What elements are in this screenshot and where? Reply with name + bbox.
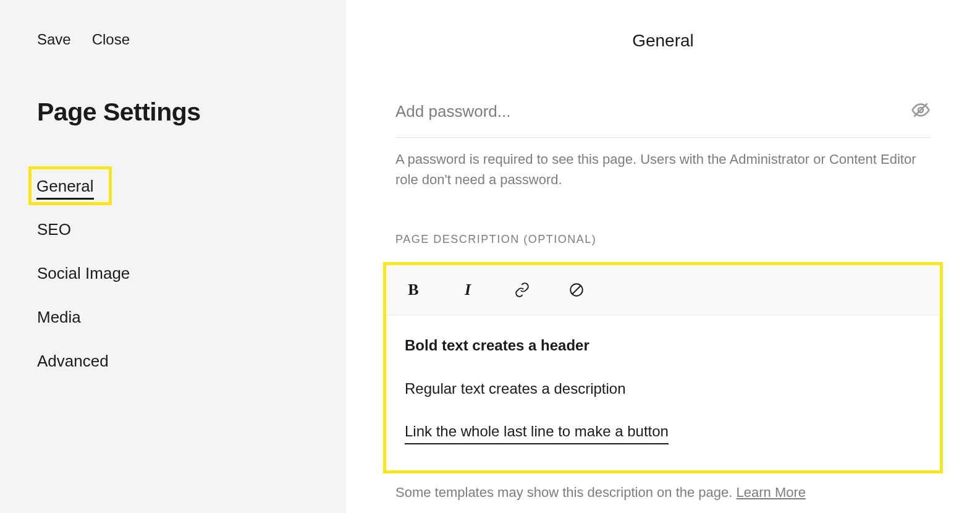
nav-item-seo[interactable]: SEO — [37, 220, 71, 239]
nav-item-media[interactable]: Media — [37, 308, 81, 327]
link-icon[interactable] — [513, 281, 531, 299]
sidebar-title: Page Settings — [37, 98, 309, 127]
clear-formatting-icon[interactable] — [568, 281, 585, 299]
password-helper-text: A password is required to see this page.… — [395, 149, 931, 190]
password-row — [395, 100, 931, 138]
nav-item-label: Advanced — [37, 352, 109, 370]
bold-button[interactable]: B — [405, 281, 422, 299]
description-editor: B I Bold text creates a header Regular t… — [383, 262, 943, 473]
visibility-off-icon[interactable] — [911, 100, 931, 122]
sidebar-nav: General SEO Social Image Media Advanced — [37, 176, 309, 371]
nav-item-label: SEO — [37, 220, 71, 239]
nav-item-social-image[interactable]: Social Image — [37, 264, 130, 283]
editor-line-link: Link the whole last line to make a butto… — [405, 421, 669, 444]
nav-item-label: Media — [37, 308, 81, 326]
main-panel: General A password is required to see th… — [346, 0, 980, 513]
main-header: General — [395, 31, 931, 51]
nav-item-label: Social Image — [37, 264, 130, 282]
description-section-label: PAGE DESCRIPTION (OPTIONAL) — [395, 233, 931, 246]
editor-content[interactable]: Bold text creates a header Regular text … — [386, 315, 940, 470]
nav-item-general[interactable]: General — [28, 166, 112, 205]
nav-item-advanced[interactable]: Advanced — [37, 352, 109, 371]
learn-more-link[interactable]: Learn More — [737, 485, 806, 500]
svg-line-3 — [573, 286, 581, 294]
nav-item-label: General — [36, 177, 94, 200]
description-footer-text: Some templates may show this description… — [395, 485, 931, 501]
sidebar: Save Close Page Settings General SEO Soc… — [0, 0, 346, 513]
editor-toolbar: B I — [386, 265, 940, 315]
footer-pre-text: Some templates may show this description… — [395, 485, 737, 500]
italic-button[interactable]: I — [459, 281, 476, 299]
sidebar-actions: Save Close — [37, 31, 309, 48]
close-button[interactable]: Close — [92, 31, 130, 48]
editor-line-bold: Bold text creates a header — [405, 335, 921, 356]
password-input[interactable] — [395, 102, 911, 121]
save-button[interactable]: Save — [37, 31, 71, 48]
editor-line-regular: Regular text creates a description — [405, 378, 921, 399]
